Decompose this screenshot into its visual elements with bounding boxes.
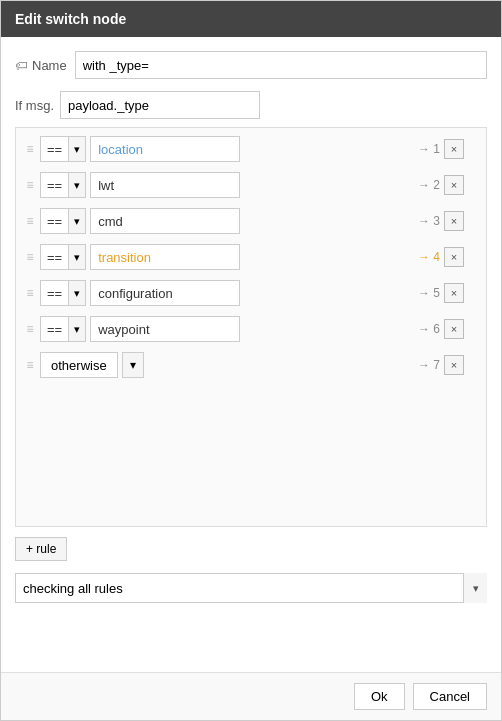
checking-select-wrapper: checking all rulesstopping after first m… (15, 573, 487, 603)
drag-handle[interactable]: ≡ (24, 142, 36, 156)
dialog-body: 🏷 Name If msg. ≡ == ▾ → 1 × ≡ == ▾ → 2 (1, 37, 501, 672)
operator-text: == (41, 245, 69, 269)
rule-row: ≡ == ▾ → 4 × (20, 242, 482, 272)
checking-select[interactable]: checking all rulesstopping after first m… (15, 573, 487, 603)
title-text: Edit switch node (15, 11, 126, 27)
name-row: 🏷 Name (15, 51, 487, 79)
rule-value-input[interactable] (90, 172, 240, 198)
msg-input[interactable] (60, 91, 260, 119)
operator-box: == ▾ (40, 316, 86, 342)
rule-row: ≡ == ▾ → 3 × (20, 206, 482, 236)
otherwise-button: otherwise (40, 352, 118, 378)
dialog-title: Edit switch node (1, 1, 501, 37)
otherwise-delete-button[interactable]: × (444, 355, 464, 375)
dialog-footer: Ok Cancel (1, 672, 501, 720)
operator-box: == ▾ (40, 208, 86, 234)
rule-delete-button[interactable]: × (444, 211, 464, 231)
operator-text: == (41, 317, 69, 341)
operator-text: == (41, 209, 69, 233)
checking-row: checking all rulesstopping after first m… (15, 573, 487, 603)
rule-target: → 1 (418, 142, 440, 156)
operator-dropdown[interactable]: ▾ (69, 173, 85, 197)
rules-list: ≡ == ▾ → 1 × ≡ == ▾ → 2 × ≡ == ▾ → 3 × ≡… (20, 134, 482, 344)
operator-text: == (41, 281, 69, 305)
rule-value-input[interactable] (90, 208, 240, 234)
operator-dropdown[interactable]: ▾ (69, 209, 85, 233)
operator-text: == (41, 137, 69, 161)
drag-handle[interactable]: ≡ (24, 322, 36, 336)
drag-handle[interactable]: ≡ (24, 286, 36, 300)
operator-box: == ▾ (40, 280, 86, 306)
rule-value-input[interactable] (90, 316, 240, 342)
add-rule-label: + rule (26, 542, 56, 556)
drag-handle[interactable]: ≡ (24, 178, 36, 192)
cancel-button[interactable]: Cancel (413, 683, 487, 710)
operator-box: == ▾ (40, 244, 86, 270)
rule-delete-button[interactable]: × (444, 247, 464, 267)
rule-target: → 2 (418, 178, 440, 192)
msg-row: If msg. (15, 91, 487, 119)
operator-dropdown[interactable]: ▾ (69, 245, 85, 269)
otherwise-row: ≡ otherwise ▾ → 7 × (20, 350, 482, 380)
rule-target: → 6 (418, 322, 440, 336)
otherwise-label: otherwise (51, 358, 107, 373)
rule-target: → 4 (418, 250, 440, 264)
rule-value-input[interactable] (90, 244, 240, 270)
name-label: 🏷 Name (15, 58, 67, 73)
rule-delete-button[interactable]: × (444, 175, 464, 195)
operator-dropdown[interactable]: ▾ (69, 137, 85, 161)
rule-row: ≡ == ▾ → 6 × (20, 314, 482, 344)
rule-value-input[interactable] (90, 136, 240, 162)
drag-handle[interactable]: ≡ (24, 250, 36, 264)
rule-target: → 3 (418, 214, 440, 228)
rule-target: → 5 (418, 286, 440, 300)
otherwise-dropdown[interactable]: ▾ (122, 352, 144, 378)
tag-icon: 🏷 (15, 58, 28, 73)
drag-handle[interactable]: ≡ (24, 214, 36, 228)
add-rule-button[interactable]: + rule (15, 537, 67, 561)
operator-box: == ▾ (40, 172, 86, 198)
rule-row: ≡ == ▾ → 5 × (20, 278, 482, 308)
otherwise-drag-handle[interactable]: ≡ (24, 358, 36, 372)
rule-value-input[interactable] (90, 280, 240, 306)
name-input[interactable] (75, 51, 487, 79)
operator-dropdown[interactable]: ▾ (69, 317, 85, 341)
operator-box: == ▾ (40, 136, 86, 162)
edit-switch-node-dialog: Edit switch node 🏷 Name If msg. ≡ == ▾ →… (0, 0, 502, 721)
rule-delete-button[interactable]: × (444, 283, 464, 303)
rule-delete-button[interactable]: × (444, 139, 464, 159)
rule-delete-button[interactable]: × (444, 319, 464, 339)
operator-dropdown[interactable]: ▾ (69, 281, 85, 305)
rules-container: ≡ == ▾ → 1 × ≡ == ▾ → 2 × ≡ == ▾ → 3 × ≡… (15, 127, 487, 527)
rule-row: ≡ == ▾ → 2 × (20, 170, 482, 200)
ok-button[interactable]: Ok (354, 683, 405, 710)
rule-row: ≡ == ▾ → 1 × (20, 134, 482, 164)
msg-label: If msg. (15, 98, 54, 113)
otherwise-target: → 7 (418, 358, 440, 372)
operator-text: == (41, 173, 69, 197)
